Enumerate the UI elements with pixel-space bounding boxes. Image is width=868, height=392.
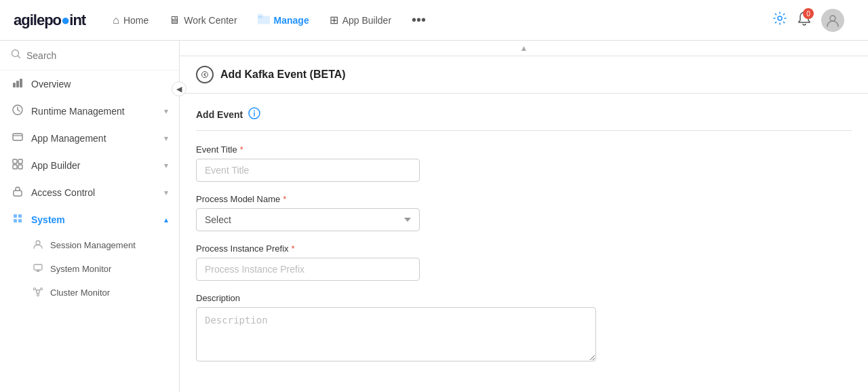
lock-icon bbox=[11, 186, 24, 199]
sidebar-item-app-builder[interactable]: App Builder ▾ bbox=[0, 152, 179, 179]
svg-rect-20 bbox=[34, 264, 42, 270]
svg-rect-11 bbox=[18, 159, 22, 163]
description-label: Description bbox=[196, 293, 852, 303]
process-model-label: Process Model Name * bbox=[196, 194, 852, 204]
process-instance-group: Process Instance Prefix * bbox=[196, 243, 852, 281]
notifications-button[interactable]: 0 bbox=[797, 11, 811, 29]
svg-point-27 bbox=[254, 111, 255, 112]
chevron-down-icon-4: ▾ bbox=[164, 188, 168, 197]
main-content: ▲ Add Kafka Event (BETA) Add Event Event… bbox=[180, 41, 868, 392]
sidebar-item-system-monitor[interactable]: System Monitor bbox=[31, 257, 179, 281]
nav-app-builder[interactable]: ⊞ App Builder bbox=[330, 14, 391, 26]
sidebar-item-overview[interactable]: Overview bbox=[0, 71, 179, 98]
settings-button[interactable] bbox=[772, 11, 787, 29]
top-nav: agilepo●int ⌂ Home 🖥 Work Center Manage … bbox=[0, 0, 868, 41]
session-icon bbox=[31, 239, 45, 251]
svg-rect-17 bbox=[14, 219, 17, 222]
system-monitor-label: System Monitor bbox=[50, 264, 111, 274]
nav-items: ⌂ Home 🖥 Work Center Manage ⊞ App Builde… bbox=[113, 12, 772, 28]
nav-manage[interactable]: Manage bbox=[258, 14, 309, 27]
svg-point-19 bbox=[36, 241, 40, 245]
chevron-down-icon-2: ▾ bbox=[164, 134, 168, 143]
search-icon bbox=[11, 49, 21, 62]
nav-work-center[interactable]: 🖥 Work Center bbox=[169, 14, 237, 26]
more-button[interactable]: ••• bbox=[412, 12, 426, 28]
sidebar-item-runtime-label: Runtime Management bbox=[31, 106, 157, 117]
sidebar-item-session-management[interactable]: Session Management bbox=[31, 233, 179, 257]
sidebar-item-app-management-label: App Management bbox=[31, 133, 157, 144]
home-icon: ⌂ bbox=[113, 14, 119, 26]
svg-point-2 bbox=[778, 16, 782, 20]
avatar[interactable] bbox=[821, 9, 844, 32]
description-group: Description bbox=[196, 293, 852, 364]
main-layout: Overview Runtime Management ▾ App Manage… bbox=[0, 41, 868, 392]
description-textarea[interactable] bbox=[196, 307, 596, 361]
chevron-down-icon-3: ▾ bbox=[164, 161, 168, 170]
svg-point-22 bbox=[34, 288, 36, 290]
sidebar-item-app-builder-label: App Builder bbox=[31, 160, 157, 171]
event-title-input[interactable] bbox=[196, 159, 420, 182]
collapse-arrow[interactable]: ▲ bbox=[180, 41, 868, 56]
form-container: Add Event Event Title * Process Model Na… bbox=[180, 94, 868, 392]
svg-rect-10 bbox=[13, 159, 17, 163]
nav-home[interactable]: ⌂ Home bbox=[113, 14, 149, 26]
app-builder-icon bbox=[11, 159, 24, 172]
process-model-select[interactable]: Select Model A Model B bbox=[196, 208, 420, 231]
logo: agilepo●int bbox=[14, 12, 85, 29]
svg-rect-16 bbox=[18, 214, 22, 218]
grid-icon: ⊞ bbox=[330, 14, 338, 26]
back-button[interactable] bbox=[196, 66, 214, 83]
sidebar-item-cluster-monitor[interactable]: Cluster Monitor bbox=[31, 281, 179, 305]
overview-icon bbox=[11, 77, 24, 91]
svg-rect-1 bbox=[258, 14, 262, 18]
svg-rect-5 bbox=[13, 83, 16, 87]
svg-rect-18 bbox=[18, 219, 22, 222]
sidebar-item-app-management[interactable]: App Management ▾ bbox=[0, 125, 179, 152]
process-instance-label: Process Instance Prefix * bbox=[196, 243, 852, 254]
sidebar: Overview Runtime Management ▾ App Manage… bbox=[0, 41, 180, 392]
sidebar-item-overview-label: Overview bbox=[31, 79, 168, 90]
process-instance-input[interactable] bbox=[196, 258, 420, 281]
sidebar-item-system-label: System bbox=[31, 214, 157, 225]
svg-rect-9 bbox=[13, 134, 22, 140]
svg-rect-12 bbox=[13, 165, 17, 169]
session-management-label: Session Management bbox=[50, 240, 136, 250]
notification-badge: 0 bbox=[803, 8, 814, 19]
chevron-up-icon: ▴ bbox=[164, 215, 168, 224]
required-marker-3: * bbox=[292, 243, 295, 254]
runtime-icon bbox=[11, 104, 24, 118]
app-management-icon bbox=[11, 132, 24, 145]
svg-point-24 bbox=[37, 294, 39, 296]
svg-rect-14 bbox=[14, 191, 22, 196]
svg-point-3 bbox=[830, 16, 835, 21]
folder-icon bbox=[258, 14, 270, 27]
chevron-down-icon: ▾ bbox=[164, 106, 168, 116]
sidebar-item-access-control[interactable]: Access Control ▾ bbox=[0, 179, 179, 206]
monitor-icon-2 bbox=[31, 263, 45, 275]
cluster-monitor-label: Cluster Monitor bbox=[50, 288, 110, 298]
page-header: Add Kafka Event (BETA) bbox=[180, 56, 868, 94]
nav-right: 0 bbox=[772, 9, 854, 32]
sidebar-collapse-button[interactable]: ◀ bbox=[172, 81, 186, 96]
required-marker-2: * bbox=[283, 194, 286, 204]
system-icon bbox=[11, 213, 24, 227]
sidebar-item-runtime-management[interactable]: Runtime Management ▾ bbox=[0, 98, 179, 125]
event-title-group: Event Title * bbox=[196, 144, 852, 182]
page-title: Add Kafka Event (BETA) bbox=[220, 68, 346, 81]
monitor-icon: 🖥 bbox=[169, 14, 180, 26]
svg-rect-15 bbox=[14, 214, 17, 218]
search-input[interactable] bbox=[26, 50, 168, 61]
cluster-icon bbox=[31, 287, 45, 298]
svg-rect-13 bbox=[18, 165, 22, 169]
svg-point-25 bbox=[202, 72, 208, 78]
tab-add-event[interactable]: Add Event bbox=[196, 109, 243, 120]
svg-point-23 bbox=[41, 288, 43, 290]
sidebar-item-access-control-label: Access Control bbox=[31, 187, 157, 198]
sidebar-system-subitems: Session Management System Monitor Cluste… bbox=[0, 233, 179, 305]
info-icon[interactable] bbox=[248, 107, 260, 122]
event-title-label: Event Title * bbox=[196, 144, 852, 155]
tab-bar: Add Event bbox=[196, 107, 852, 131]
sidebar-search[interactable] bbox=[0, 41, 179, 71]
svg-rect-7 bbox=[20, 79, 22, 87]
sidebar-item-system[interactable]: System ▴ bbox=[0, 206, 179, 233]
